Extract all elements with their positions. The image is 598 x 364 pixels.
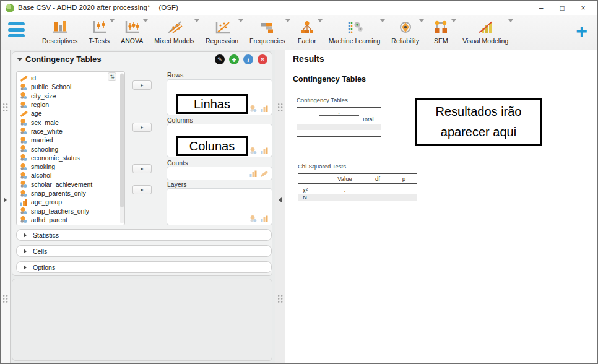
ordinal-faded-icon	[249, 170, 258, 178]
variable-adhd_parent[interactable]: adhd_parent	[17, 215, 124, 224]
assign-rows-button[interactable]: ►	[132, 80, 152, 90]
chevron-down-icon	[110, 19, 115, 22]
nominal-faded-icon	[249, 105, 258, 113]
variable-race_white[interactable]: race_white	[17, 127, 124, 136]
jamovi-window: Base CSV - ADHD 2020 after processing*(O…	[0, 0, 598, 364]
collapse-arrow-icon[interactable]	[17, 58, 23, 61]
hamburger-menu-icon[interactable]	[8, 22, 25, 37]
collapse-options-arrow-icon[interactable]	[279, 197, 282, 202]
jamovi-logo-icon	[6, 4, 14, 12]
info-button[interactable]: i	[243, 54, 253, 64]
sort-icon[interactable]: ⇅	[108, 72, 116, 81]
nominal-icon	[20, 163, 28, 171]
variable-list-scrollbar[interactable]	[120, 73, 124, 223]
analysis-title: Contingency Tables	[25, 54, 102, 64]
variable-sex_male[interactable]: sex_male	[17, 118, 124, 126]
counts-label: Counts	[167, 159, 188, 167]
close-button[interactable]: ×	[573, 1, 594, 15]
ordinal-faded-icon	[261, 105, 269, 113]
assign-columns-button[interactable]: ►	[132, 123, 152, 132]
drag-handle[interactable]	[3, 295, 8, 303]
results-heading: Contingency Tables	[293, 75, 366, 84]
contingency-table: Contingency Tables . . . Total	[297, 97, 381, 137]
contingency-tables-card: Contingency Tables ✎ + i ✕ idpublic_Scho…	[12, 51, 272, 276]
close-analysis-button[interactable]: ✕	[258, 54, 267, 64]
chevron-down-icon	[451, 19, 456, 22]
variable-married[interactable]: married	[17, 136, 124, 144]
nominal-icon	[20, 101, 28, 109]
module-mixedmodels[interactable]: Mixed Models	[149, 15, 200, 50]
nominal-icon	[20, 92, 28, 100]
ordinal-faded-icon	[261, 215, 269, 223]
window-title: Base CSV - ADHD 2020 after processing*(O…	[18, 4, 178, 11]
nominal-icon	[20, 136, 28, 144]
module-reliability[interactable]: Reliability	[386, 15, 425, 50]
add-modules-button[interactable]: +	[576, 21, 587, 41]
visualmodeling-icon	[475, 18, 496, 37]
variable-age[interactable]: age	[17, 109, 124, 118]
section-cells[interactable]: Cells	[16, 245, 272, 257]
module-frequencies[interactable]: Frequencies	[244, 15, 291, 50]
window-title-suffix: (OSF)	[159, 4, 178, 11]
variable-schooling[interactable]: schooling	[17, 144, 124, 153]
assign-counts-button[interactable]: ►	[132, 164, 152, 173]
ttests-icon	[89, 18, 110, 37]
variable-economic_status[interactable]: economic_status	[17, 154, 124, 162]
expand-arrow-icon	[24, 249, 27, 254]
analyses-ribbon: DescriptivesT-TestsANOVAMixed ModelsRegr…	[1, 15, 597, 50]
chevron-down-icon	[238, 19, 243, 22]
minimize-button[interactable]: –	[531, 1, 552, 15]
columns-annotation: Colunas	[176, 136, 248, 156]
total-header: Total	[354, 116, 381, 123]
expand-arrow-icon	[24, 265, 27, 270]
add-button[interactable]: +	[229, 54, 239, 64]
expand-data-arrow-icon[interactable]	[4, 197, 7, 202]
chevron-down-icon	[194, 19, 199, 22]
variable-city_size[interactable]: city_size	[17, 92, 124, 100]
data-panel-splitter[interactable]	[1, 50, 11, 363]
module-ttests[interactable]: T-Tests	[83, 15, 115, 50]
assign-layers-button[interactable]: ►	[132, 185, 152, 194]
module-visualmodeling[interactable]: Visual Modeling	[457, 15, 514, 50]
variable-alcohol[interactable]: alcohol	[17, 171, 124, 180]
variable-smoking[interactable]: smoking	[17, 162, 124, 171]
variable-snap_teachers_only[interactable]: snap_teachers_only	[17, 206, 124, 215]
options-panel-empty-area	[12, 279, 272, 361]
results-panel: Results Contingency Tables Contingency T…	[285, 50, 597, 363]
edit-button[interactable]: ✎	[215, 54, 225, 64]
counts-dropzone[interactable]	[167, 167, 272, 180]
chi-squared-table: Chi-Squared Tests Value df p χ² . N .	[298, 163, 417, 202]
variable-scholar_achievement[interactable]: scholar_achievement	[17, 180, 124, 189]
variable-age_group[interactable]: age_group	[17, 197, 124, 206]
maximize-button[interactable]: □	[552, 1, 573, 15]
ordinal-faded-icon	[261, 147, 269, 155]
reliability-icon	[395, 18, 416, 37]
chevron-down-icon	[419, 19, 424, 22]
variable-public_School[interactable]: public_School	[17, 82, 124, 91]
layers-dropzone[interactable]	[167, 188, 272, 225]
continuous-faded-icon	[260, 170, 269, 178]
module-descriptives[interactable]: Descriptives	[37, 15, 83, 50]
drag-handle[interactable]	[3, 103, 8, 111]
chevron-down-icon	[508, 19, 513, 22]
variable-snap_parents_only[interactable]: snap_parents_only	[17, 189, 124, 197]
analysis-options-panel: Contingency Tables ✎ + i ✕ idpublic_Scho…	[11, 50, 275, 363]
section-options[interactable]: Options	[16, 261, 272, 273]
module-machinelearning[interactable]: Machine Learning	[323, 15, 386, 50]
chevron-down-icon	[380, 19, 385, 22]
module-anova[interactable]: ANOVA	[115, 15, 149, 50]
descriptives-icon	[50, 18, 71, 37]
section-statistics[interactable]: Statistics	[16, 229, 272, 241]
results-splitter[interactable]	[275, 50, 285, 363]
module-sem[interactable]: SEM	[425, 15, 457, 50]
variable-list[interactable]: idpublic_Schoolcity_sizeregionagesex_mal…	[16, 71, 125, 225]
module-regression[interactable]: Regression	[200, 15, 244, 50]
title-bar: Base CSV - ADHD 2020 after processing*(O…	[1, 1, 597, 15]
drag-handle[interactable]	[278, 103, 283, 111]
module-factor[interactable]: Factor	[291, 15, 323, 50]
variable-region[interactable]: region	[17, 100, 124, 109]
continuous-icon	[20, 74, 28, 82]
drag-handle[interactable]	[278, 295, 283, 303]
table-row: N .	[298, 194, 417, 201]
nominal-icon	[20, 189, 28, 197]
